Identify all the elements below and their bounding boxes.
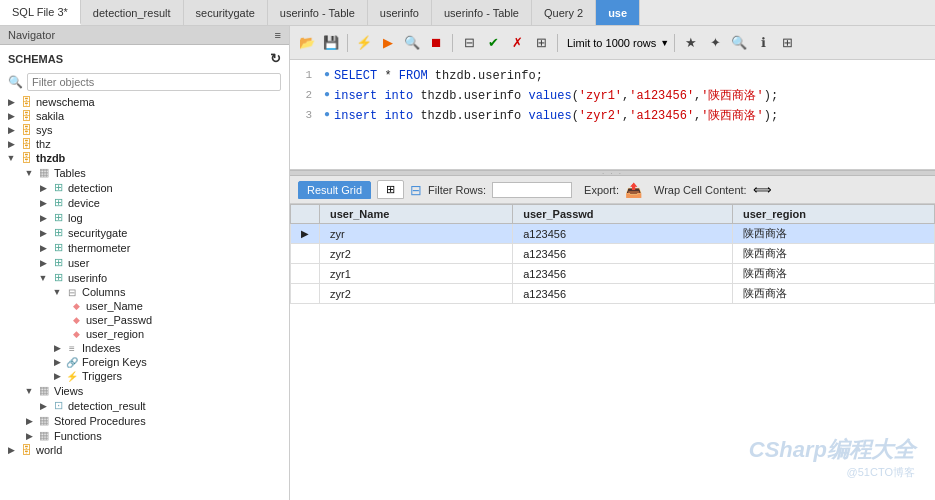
info-btn[interactable]: ℹ [752,32,774,54]
tree-item-thermometer[interactable]: ▶ ⊞ thermometer [0,240,289,255]
tree-item-user-region[interactable]: ◆ user_region [0,327,289,341]
cell-user-region-4[interactable]: 陕西商洛 [732,284,934,304]
tab-securitygate[interactable]: securitygate [184,0,268,25]
arrow-thz: ▶ [4,139,18,149]
execute-btn[interactable]: ⚡ [353,32,375,54]
col-header-user-region[interactable]: user_region [732,205,934,224]
cell-user-name-4[interactable]: zyr2 [320,284,513,304]
grid-btn[interactable]: ⊞ [530,32,552,54]
tab-userinfo-table2[interactable]: userinfo - Table [432,0,532,25]
result-tab-form[interactable]: ⊞ [377,180,404,199]
label-device: device [68,197,100,209]
tree-item-sakila[interactable]: ▶ 🗄 sakila [0,109,289,123]
tree-item-foreign-keys[interactable]: ▶ 🔗 Foreign Keys [0,355,289,369]
tree-item-user[interactable]: ▶ ⊞ user [0,255,289,270]
x-btn[interactable]: ✗ [506,32,528,54]
triggers-icon: ⚡ [64,371,80,382]
result-filter-icon[interactable]: ⊟ [410,182,422,198]
execute-selection-btn[interactable]: ▶ [377,32,399,54]
label-tables: Tables [54,167,86,179]
tree-item-columns[interactable]: ▼ ⊟ Columns [0,285,289,299]
tab-detection-result[interactable]: detection_result [81,0,184,25]
cell-user-region-3[interactable]: 陕西商洛 [732,264,934,284]
tab-query2[interactable]: Query 2 [532,0,596,25]
toggle-btn[interactable]: ⊟ [458,32,480,54]
cell-user-passwd-1[interactable]: a123456 [513,224,733,244]
wrap-icon[interactable]: ⟺ [753,182,772,197]
row-arrow-1: ▶ [291,224,320,244]
cell-user-passwd-2[interactable]: a123456 [513,244,733,264]
cell-user-name-2[interactable]: zyr2 [320,244,513,264]
schemas-refresh-icon[interactable]: ↻ [270,51,281,66]
zoom-btn[interactable]: 🔍 [728,32,750,54]
open-file-btn[interactable]: 📂 [296,32,318,54]
export-icon[interactable]: 📤 [625,182,642,198]
result-tab-grid[interactable]: Result Grid [298,181,371,199]
tab-sql-file[interactable]: SQL File 3* [0,0,81,25]
table-row[interactable]: zyr1 a123456 陕西商洛 [291,264,935,284]
tab-userinfo-table1[interactable]: userinfo - Table [268,0,368,25]
result-toolbar: Result Grid ⊞ ⊟ Filter Rows: Export: 📤 W… [290,176,935,204]
line-number-1: 1 [290,67,320,84]
sql-line-2: 2 ● insert into thzdb.userinfo values('z… [290,86,935,106]
cell-user-name-1[interactable]: zyr [320,224,513,244]
col-header-user-passwd[interactable]: user_Passwd [513,205,733,224]
arrow-detection-result-view: ▶ [36,401,50,411]
tree-item-user-name[interactable]: ◆ user_Name [0,299,289,313]
navigator-panel: Navigator ≡ SCHEMAS ↻ 🔍 ▶ 🗄 newschema ▶ … [0,26,290,500]
arrow-userinfo: ▼ [36,273,50,283]
magic-btn[interactable]: ✦ [704,32,726,54]
tree-item-thzdb[interactable]: ▼ 🗄 thzdb [0,151,289,165]
tree-item-world[interactable]: ▶ 🗄 world [0,443,289,457]
arrow-thermometer: ▶ [36,243,50,253]
col-header-user-name[interactable]: user_Name [320,205,513,224]
tab-use[interactable]: use [596,0,640,25]
check-btn[interactable]: ✔ [482,32,504,54]
label-functions: Functions [54,430,102,442]
tree-item-newschema[interactable]: ▶ 🗄 newschema [0,95,289,109]
schema-icon: 🗄 [18,96,34,108]
tree-item-log[interactable]: ▶ ⊞ log [0,210,289,225]
tree-item-detection[interactable]: ▶ ⊞ detection [0,180,289,195]
filter-input[interactable] [27,73,281,91]
arrow-sakila: ▶ [4,111,18,121]
tree-item-securitygate[interactable]: ▶ ⊞ securitygate [0,225,289,240]
table-row[interactable]: zyr2 a123456 陕西商洛 [291,284,935,304]
filter-rows-input[interactable] [492,182,572,198]
label-sys: sys [36,124,53,136]
tree-item-detection-result-view[interactable]: ▶ ⊡ detection_result [0,398,289,413]
cell-user-name-3[interactable]: zyr1 [320,264,513,284]
chevron-down-icon: ▼ [660,38,669,48]
functions-icon: ▦ [36,429,52,442]
wrap-cell-label: Wrap Cell Content: [654,184,747,196]
sql-editor[interactable]: 1 ● SELECT * FROM thzdb.userinfo; 2 ● in… [290,60,935,170]
save-btn[interactable]: 💾 [320,32,342,54]
tree-item-device[interactable]: ▶ ⊞ device [0,195,289,210]
arrow-securitygate: ▶ [36,228,50,238]
stop-btn[interactable]: ⏹ [425,32,447,54]
view-icon-detection-result: ⊡ [50,399,66,412]
tab-userinfo[interactable]: userinfo [368,0,432,25]
line-dot-3: ● [320,107,334,122]
table-row[interactable]: zyr2 a123456 陕西商洛 [291,244,935,264]
cell-user-region-2[interactable]: 陕西商洛 [732,244,934,264]
more-btn[interactable]: ⊞ [776,32,798,54]
tree-item-thz[interactable]: ▶ 🗄 thz [0,137,289,151]
explain-btn[interactable]: 🔍 [401,32,423,54]
tree-item-user-passwd[interactable]: ◆ user_Passwd [0,313,289,327]
tree-item-sys[interactable]: ▶ 🗄 sys [0,123,289,137]
tree-item-userinfo[interactable]: ▼ ⊞ userinfo [0,270,289,285]
tree-item-functions[interactable]: ▶ ▦ Functions [0,428,289,443]
cell-user-passwd-3[interactable]: a123456 [513,264,733,284]
tree-item-tables[interactable]: ▼ ▦ Tables [0,165,289,180]
tree-item-indexes[interactable]: ▶ ≡ Indexes [0,341,289,355]
tree-item-stored-procedures[interactable]: ▶ ▦ Stored Procedures [0,413,289,428]
cell-user-region-1[interactable]: 陕西商洛 [732,224,934,244]
filter-box: 🔍 [0,70,289,95]
tree-item-views[interactable]: ▼ ▦ Views [0,383,289,398]
table-row[interactable]: ▶ zyr a123456 陕西商洛 [291,224,935,244]
tree-item-triggers[interactable]: ▶ ⚡ Triggers [0,369,289,383]
navigator-icon[interactable]: ≡ [275,29,281,41]
bookmark-btn[interactable]: ★ [680,32,702,54]
cell-user-passwd-4[interactable]: a123456 [513,284,733,304]
